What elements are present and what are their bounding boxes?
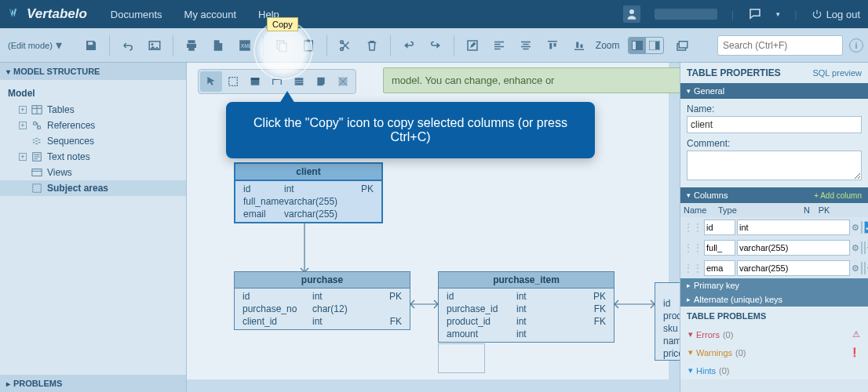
sticky-note[interactable]: model. You can change, enhance or <box>383 67 680 93</box>
picture-button[interactable] <box>144 35 165 56</box>
gear-icon[interactable]: ⚙ <box>852 223 859 233</box>
nav-my-account[interactable]: My account <box>184 9 236 20</box>
gear-icon[interactable]: ⚙ <box>852 263 859 274</box>
entity-header[interactable]: client <box>235 164 381 181</box>
reference-tool[interactable] <box>266 71 288 92</box>
layout-option-sidebar[interactable] <box>629 38 646 53</box>
col-name-input[interactable] <box>704 260 735 276</box>
align-top-button[interactable] <box>542 35 563 56</box>
table-tool[interactable] <box>244 71 266 92</box>
section-general[interactable]: ▾General <box>680 83 868 99</box>
column-editor-row[interactable]: ⋮⋮ ⚙ ▾ × <box>680 258 868 278</box>
cut-button[interactable] <box>335 35 356 56</box>
entity-client[interactable]: client idintPK full_namevarchar(255) ema… <box>234 162 383 223</box>
column-row[interactable]: id <box>655 297 680 310</box>
xml-button[interactable]: XML <box>235 35 255 56</box>
column-row[interactable]: name <box>655 335 680 347</box>
model-structure-header[interactable]: ▾MODEL STRUCTURE <box>0 63 186 80</box>
nullable-checkbox[interactable] <box>861 241 863 254</box>
col-type-input[interactable] <box>737 240 850 256</box>
chat-icon[interactable] <box>748 7 762 21</box>
column-row[interactable]: product_idintFK <box>439 315 614 328</box>
area-tool[interactable] <box>332 71 354 92</box>
column-row[interactable]: purchase_nochar(12) <box>235 303 410 315</box>
column-row[interactable]: prod <box>655 310 680 322</box>
column-row[interactable]: emailvarchar(255) <box>235 208 381 220</box>
brand[interactable]: Vertabelo <box>8 6 87 22</box>
nullable-checkbox[interactable] <box>861 262 863 274</box>
pk-checkbox[interactable]: ✓ <box>864 221 868 234</box>
export-button[interactable] <box>208 35 228 56</box>
tree-item-tables[interactable]: +Tables <box>0 102 186 118</box>
mode-caret-icon[interactable]: ▾ <box>56 38 62 53</box>
undo-button[interactable] <box>399 35 419 56</box>
col-name-input[interactable] <box>704 240 735 256</box>
delete-button[interactable] <box>362 35 382 56</box>
logout-button[interactable]: Log out <box>811 9 860 20</box>
entity-product-partial[interactable]: id prod sku name price <box>655 282 680 361</box>
layout-option-full[interactable] <box>646 38 663 53</box>
comment-textarea[interactable] <box>687 151 862 180</box>
minimap[interactable] <box>438 343 485 373</box>
column-row[interactable]: purchase_idintFK <box>439 303 614 315</box>
gear-icon[interactable]: ⚙ <box>852 243 859 253</box>
align-left-button[interactable] <box>489 35 509 56</box>
hints-row[interactable]: ▾Hints(0) <box>680 361 868 379</box>
save-button[interactable] <box>81 35 101 56</box>
view-tool[interactable] <box>288 71 310 92</box>
print-button[interactable] <box>181 35 202 56</box>
column-row[interactable]: price <box>655 347 680 360</box>
tree-item-text-notes[interactable]: +Text notes <box>0 149 186 165</box>
col-type-input[interactable] <box>737 260 850 276</box>
column-row[interactable]: amountint <box>439 328 614 340</box>
pk-checkbox[interactable] <box>864 262 866 274</box>
nav-documents[interactable]: Documents <box>111 9 162 20</box>
edit-mode-label[interactable]: (Edit mode) <box>8 41 53 50</box>
column-row[interactable]: client_idintFK <box>235 315 410 328</box>
nullable-checkbox[interactable] <box>861 221 863 234</box>
align-center-button[interactable] <box>516 35 536 56</box>
undo-all-button[interactable] <box>118 35 138 56</box>
tree-root-model[interactable]: Model <box>0 85 186 102</box>
search-input[interactable] <box>717 35 843 56</box>
section-columns[interactable]: ▾Columns+ Add column <box>680 187 868 203</box>
avatar[interactable] <box>623 5 640 23</box>
warnings-row[interactable]: ▾Warnings(0)❗ <box>680 343 868 361</box>
align-bottom-button[interactable] <box>569 35 589 56</box>
entity-purchase[interactable]: purchase idintPK purchase_nochar(12) cli… <box>234 271 410 330</box>
layout-toggle[interactable] <box>628 37 664 54</box>
entity-header[interactable]: purchase_item <box>439 272 614 289</box>
drag-handle-icon[interactable]: ⋮⋮ <box>684 263 702 274</box>
problems-header[interactable]: ▸PROBLEMS <box>0 375 186 392</box>
edit-box-button[interactable] <box>462 35 483 56</box>
column-row[interactable]: sku <box>655 322 680 335</box>
entity-purchase-item[interactable]: purchase_item idintPK purchase_idintFK p… <box>438 271 615 343</box>
drag-handle-icon[interactable]: ⋮⋮ <box>684 222 702 233</box>
table-name-input[interactable] <box>687 116 862 133</box>
pointer-tool[interactable] <box>200 71 222 92</box>
column-editor-row[interactable]: ⋮⋮ ⚙ ✓ ▾ × <box>680 217 868 238</box>
column-row[interactable]: idintPK <box>439 290 614 303</box>
tree-item-subject-areas[interactable]: +Subject areas <box>0 180 186 196</box>
sql-preview-link[interactable]: SQL preview <box>812 68 862 78</box>
add-column-link[interactable]: + Add column <box>814 191 862 200</box>
drag-handle-icon[interactable]: ⋮⋮ <box>684 242 702 253</box>
pk-checkbox[interactable] <box>864 241 866 254</box>
layer-button[interactable] <box>672 35 692 56</box>
col-type-input[interactable] <box>737 220 850 235</box>
errors-row[interactable]: ▾Errors(0)⚠ <box>680 325 868 343</box>
column-editor-row[interactable]: ⋮⋮ ⚙ ▾ × <box>680 238 868 258</box>
tree-item-sequences[interactable]: +Sequences <box>0 133 186 149</box>
tree-item-views[interactable]: +Views <box>0 165 186 180</box>
entity-header[interactable]: purchase <box>235 272 410 289</box>
note-tool[interactable] <box>310 71 332 92</box>
section-primary-key[interactable]: ▸Primary key <box>680 278 868 292</box>
info-button[interactable]: i <box>849 38 863 53</box>
section-alternate-keys[interactable]: ▸Alternate (unique) keys <box>680 292 868 307</box>
column-row[interactable]: idintPK <box>235 183 381 195</box>
column-row[interactable]: full_namevarchar(255) <box>235 195 381 208</box>
column-row[interactable]: idintPK <box>235 290 410 303</box>
tree-item-references[interactable]: +References <box>0 118 186 133</box>
col-name-input[interactable] <box>704 220 735 235</box>
paste-button[interactable] <box>298 35 319 56</box>
